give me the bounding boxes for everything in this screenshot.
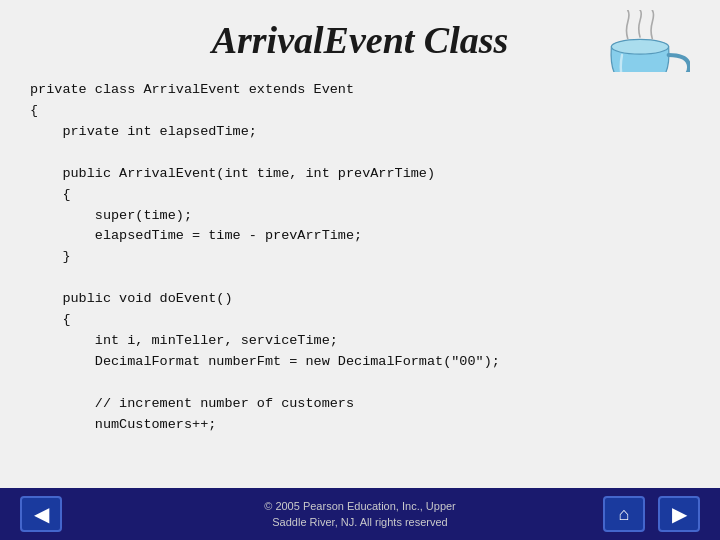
slide-content: private class ArrivalEvent extends Event…	[0, 72, 720, 488]
home-icon: ⌂	[619, 504, 630, 525]
footer: ◀ © 2005 Pearson Education, Inc., Upper …	[0, 488, 720, 540]
footer-line2: Saddle River, NJ. All rights reserved	[264, 514, 456, 531]
prev-arrow-icon: ◀	[34, 504, 49, 524]
next-arrow-icon: ▶	[672, 504, 687, 524]
code-block: private class ArrivalEvent extends Event…	[30, 80, 690, 436]
slide: ArrivalEvent Class private class Arrival…	[0, 0, 720, 540]
home-button[interactable]: ⌂	[603, 496, 645, 532]
next-button[interactable]: ▶	[658, 496, 700, 532]
footer-text: © 2005 Pearson Education, Inc., Upper Sa…	[264, 498, 456, 531]
footer-line1: © 2005 Pearson Education, Inc., Upper	[264, 498, 456, 515]
prev-button[interactable]: ◀	[20, 496, 62, 532]
svg-point-1	[611, 39, 668, 54]
